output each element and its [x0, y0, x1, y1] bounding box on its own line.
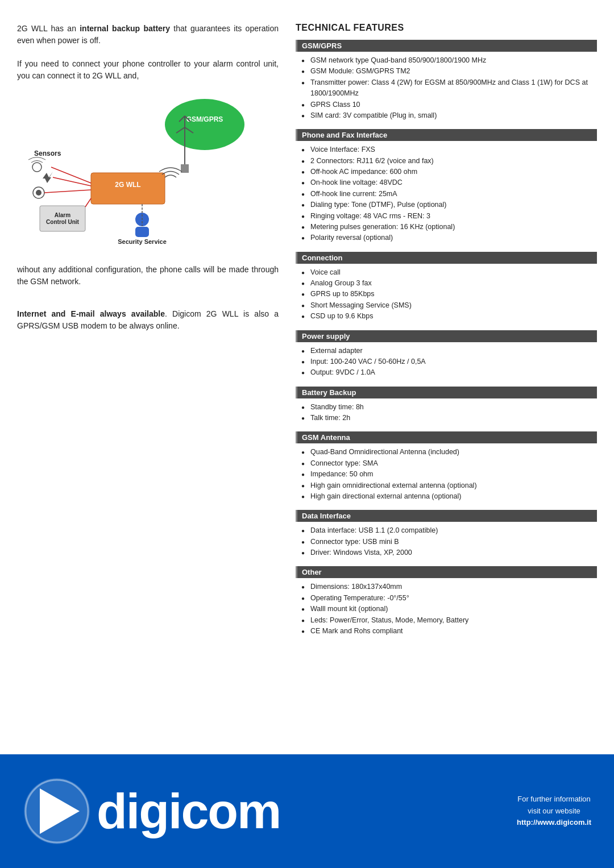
footer-info: For further information visit our websit…	[517, 794, 591, 829]
footer-url: http://www.digicom.it	[517, 817, 591, 829]
svg-rect-22	[135, 227, 149, 237]
diagram-container: GSM/GPRS 2G WLL	[17, 93, 256, 252]
svg-text:Alarm: Alarm	[55, 212, 70, 218]
list-item: Polarity reversal (optional)	[301, 232, 597, 243]
footer-logo: digicom	[23, 777, 280, 845]
list-item: Voice call	[301, 267, 597, 278]
feature-header-data-interface: Data Interface	[296, 510, 597, 522]
technical-features-title: TECHNICAL FEATURES	[296, 23, 597, 33]
left-column: 2G WLL has an internal backup battery th…	[17, 23, 279, 737]
feature-list-power-supply: External adapterInput: 100-240 VAC / 50-…	[296, 346, 597, 379]
feature-list-battery-backup: Standby time: 8hTalk time: 2h	[296, 402, 597, 424]
list-item: High gain directional external antenna (…	[301, 491, 597, 502]
list-item: Walll mount kit (optional)	[301, 604, 597, 614]
list-item: 2 Connectors: RJ11 6/2 (voice and fax)	[301, 156, 597, 167]
internet-bold: Internet and E-mail always available	[17, 309, 165, 318]
feature-header-gsm-antenna: GSM Antenna	[296, 431, 597, 443]
feature-section-gsm-gprs: GSM/GPRSGSM network type Quad-band 850/9…	[296, 40, 597, 121]
feature-header-connection: Connection	[296, 252, 597, 264]
feature-section-other: OtherDimensions: 180x137x40mmOperating T…	[296, 566, 597, 637]
feature-section-data-interface: Data InterfaceData interface: USB 1.1 (2…	[296, 510, 597, 558]
list-item: Data interface: USB 1.1 (2.0 compatible)	[301, 525, 597, 536]
list-item: Off-hook AC impedance: 600 ohm	[301, 167, 597, 177]
feature-header-power-supply: Power supply	[296, 330, 597, 342]
list-item: Off-hook line current: 25mA	[301, 189, 597, 200]
list-item: Driver: Windows Vista, XP, 2000	[301, 547, 597, 558]
list-item: Operating Temperature: -0°/55°	[301, 593, 597, 604]
list-item: Input: 100-240 VAC / 50-60Hz / 0,5A	[301, 356, 597, 367]
svg-text:Sensors: Sensors	[34, 149, 61, 157]
list-item: Impedance: 50 ohm	[301, 469, 597, 480]
svg-text:Security Service: Security Service	[118, 238, 167, 245]
list-item: Dialing type: Tone (DTMF), Pulse (option…	[301, 200, 597, 210]
footer-info-line1: For further information	[517, 794, 591, 805]
feature-section-connection: ConnectionVoice callAnalog Group 3 faxGP…	[296, 252, 597, 322]
feature-list-phone-fax: Voice Interface: FXS2 Connectors: RJ11 6…	[296, 144, 597, 243]
list-item: Output: 9VDC / 1.0A	[301, 367, 597, 378]
feature-header-battery-backup: Battery Backup	[296, 387, 597, 398]
list-item: Ringing voltage: 48 VAC rms - REN: 3	[301, 211, 597, 222]
list-item: CSD up to 9.6 Kbps	[301, 311, 597, 322]
list-item: Leds: Power/Error, Status, Mode, Memory,…	[301, 615, 597, 626]
feature-section-gsm-antenna: GSM AntennaQuad-Band Omnidirectional Ant…	[296, 431, 597, 502]
svg-point-10	[32, 163, 42, 172]
list-item: Transmitter power: Class 4 (2W) for EGSM…	[301, 77, 597, 99]
diagram-svg: GSM/GPRS 2G WLL	[17, 93, 256, 252]
feature-header-gsm-gprs: GSM/GPRS	[296, 40, 597, 52]
list-item: GPRS Class 10	[301, 99, 597, 110]
svg-point-13	[36, 190, 42, 196]
features-container: GSM/GPRSGSM network type Quad-band 850/9…	[296, 40, 597, 637]
svg-marker-11	[43, 172, 53, 183]
list-item: On-hook line voltage: 48VDC	[301, 177, 597, 188]
intro-text-1: 2G WLL has an	[17, 24, 80, 33]
intro-paragraph-2: If you need to connect your phone contro…	[17, 58, 279, 82]
svg-line-15	[53, 177, 91, 186]
footer-info-line2: visit our website	[517, 805, 591, 817]
feature-list-data-interface: Data interface: USB 1.1 (2.0 compatible)…	[296, 525, 597, 558]
feature-section-battery-backup: Battery BackupStandby time: 8hTalk time:…	[296, 387, 597, 424]
feature-list-other: Dimensions: 180x137x40mmOperating Temper…	[296, 582, 597, 637]
footer-arrow-icon	[23, 777, 91, 845]
bottom-paragraph-1: wihout any additional configuration, the…	[17, 264, 279, 288]
feature-header-other: Other	[296, 566, 597, 578]
list-item: SIM card: 3V compatible (Plug in, small)	[301, 110, 597, 121]
page-wrapper: 2G WLL has an internal backup battery th…	[0, 0, 614, 868]
feature-header-phone-fax: Phone and Fax Interface	[296, 129, 597, 141]
intro-paragraph-1: 2G WLL has an internal backup battery th…	[17, 23, 279, 47]
footer: digicom For further information visit ou…	[0, 754, 614, 868]
list-item: Connector type: USB mini B	[301, 537, 597, 547]
list-item: Standby time: 8h	[301, 402, 597, 413]
list-item: Talk time: 2h	[301, 413, 597, 423]
feature-list-connection: Voice callAnalog Group 3 faxGPRS up to 8…	[296, 267, 597, 322]
list-item: CE Mark and Rohs compliant	[301, 626, 597, 637]
list-item: Quad-Band Omnidirectional Antenna (inclu…	[301, 447, 597, 458]
gsm-bubble	[165, 99, 244, 150]
feature-list-gsm-gprs: GSM network type Quad-band 850/900/1800/…	[296, 55, 597, 121]
bottom-paragraph-2: Internet and E-mail always available. Di…	[17, 308, 279, 332]
bottom-text-1: wihout any additional configuration, the…	[17, 265, 279, 286]
svg-line-14	[51, 167, 91, 183]
list-item: Metering pulses generation: 16 KHz (opti…	[301, 222, 597, 232]
list-item: Dimensions: 180x137x40mm	[301, 582, 597, 592]
svg-line-20	[85, 198, 91, 207]
list-item: GSM Module: GSM/GPRS TM2	[301, 66, 597, 77]
right-column: TECHNICAL FEATURES GSM/GPRSGSM network t…	[296, 23, 597, 737]
list-item: Short Messaging Service (SMS)	[301, 300, 597, 311]
list-item: GSM network type Quad-band 850/900/1800/…	[301, 55, 597, 66]
list-item: Connector type: SMA	[301, 458, 597, 469]
svg-text:2G WLL: 2G WLL	[115, 181, 140, 189]
footer-brand: digicom	[97, 782, 280, 840]
content-area: 2G WLL has an internal backup battery th…	[0, 0, 614, 754]
svg-line-16	[44, 190, 91, 193]
svg-text:GSM/GPRS: GSM/GPRS	[186, 115, 223, 123]
list-item: GPRS up to 85Kbps	[301, 289, 597, 300]
list-item: Analog Group 3 fax	[301, 278, 597, 289]
svg-text:Control Unit: Control Unit	[46, 219, 79, 225]
list-item: High gain omnidirectional external anten…	[301, 480, 597, 491]
list-item: External adapter	[301, 346, 597, 356]
intro-text-2: If you need to connect your phone contro…	[17, 59, 279, 80]
feature-section-power-supply: Power supplyExternal adapterInput: 100-2…	[296, 330, 597, 379]
intro-bold: internal backup battery	[80, 24, 170, 33]
list-item: Voice Interface: FXS	[301, 144, 597, 155]
feature-list-gsm-antenna: Quad-Band Omnidirectional Antenna (inclu…	[296, 447, 597, 502]
